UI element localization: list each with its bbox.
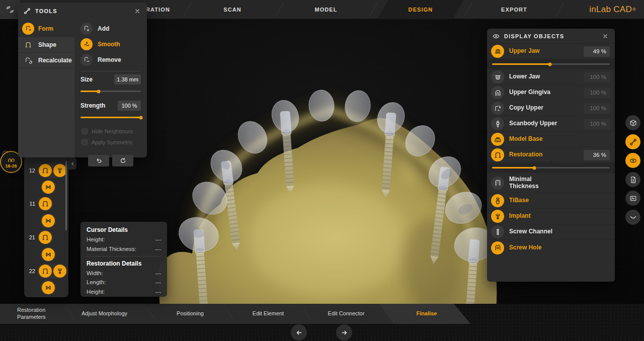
registered-mark: ® [632,7,636,12]
connector-icon[interactable] [42,281,55,294]
opacity-value[interactable]: 100 % [584,103,610,114]
tools-mode-form[interactable]: Form [18,21,74,36]
strength-slider[interactable] [75,113,146,123]
app-logo [0,0,20,19]
step-restoration-parameters[interactable]: Restoration Parameters [17,304,63,324]
strength-setting: Strength 100 % [74,100,147,112]
tab-design[interactable]: DESIGN [409,0,433,19]
size-slider[interactable] [75,87,146,97]
opacity-value[interactable]: 100 % [584,119,610,129]
crown-icon[interactable] [39,231,52,244]
tab-model[interactable]: MODEL [314,0,337,19]
step-positioning[interactable]: Positioning [177,304,204,324]
tooth-number: 22 [27,268,35,274]
cursor-details-panel: Cursor Details Height:--- Material Thick… [80,222,167,297]
display-item-minimal-thickness[interactable]: Minimal Thickness [487,173,615,193]
display-close-button[interactable] [601,32,610,41]
display-item-screw-channel[interactable]: Screw Channel [487,224,615,240]
tab-export[interactable]: EXPORT [501,0,527,19]
item-label: Upper Gingiva [509,89,579,96]
tools-mode-shape[interactable]: Shape [18,37,74,53]
display-item-model-base[interactable]: Model Base [487,132,615,147]
crown-icon[interactable] [39,197,52,210]
connector-icon[interactable] [42,214,55,227]
strength-value[interactable]: 100 % [118,101,141,111]
opacity-value[interactable]: 36 % [584,150,610,160]
step-finalise[interactable]: Finalise [417,304,437,324]
strength-label: Strength [80,102,105,109]
crown-icon[interactable] [39,265,52,278]
tools-toggle-button[interactable] [625,134,640,149]
step-separator [303,307,311,320]
apply-symmetric-checkbox[interactable]: Apply Symmetric [74,137,147,148]
next-step-button[interactable] [336,324,352,340]
hide-neighbours-checkbox[interactable]: Hide Neighbours [74,126,147,137]
item-label: TiBase [509,197,610,204]
tooth-number: 12 [27,167,35,174]
restoration-opacity-slider[interactable] [487,163,615,173]
item-label: Screw Hole [509,244,610,251]
display-item-copy-upper[interactable]: Copy Upper 100 % [487,101,615,116]
checkbox-icon [82,128,88,134]
detail-row: Material Thickness:--- [87,246,161,253]
implant-icon[interactable] [53,164,66,177]
display-item-implant[interactable]: Implant [487,209,615,224]
documents-button[interactable] [625,172,640,187]
range-label: 16-26 [5,163,17,168]
display-item-upper-gingiva[interactable]: Upper Gingiva 100 % [487,85,615,101]
step-separator [225,307,233,320]
display-item-tibase[interactable]: TiBase [487,193,615,209]
item-label: Scanbody Upper [509,120,579,127]
scrollbar[interactable] [65,161,67,230]
opacity-value[interactable]: 100 % [584,88,610,98]
strength-slider-knob[interactable] [139,116,143,119]
tab-scan[interactable]: SCAN [223,0,242,19]
opacity-value[interactable]: 49 % [584,46,610,57]
size-value[interactable]: 1.38 mm [114,74,141,84]
tools-action-remove[interactable]: Remove [74,52,147,67]
tools-mode-recalculate[interactable]: Recalculate [18,53,74,68]
copy-upper-icon [491,102,504,115]
previous-step-button[interactable] [291,324,307,340]
connector-icon[interactable] [42,181,55,194]
size-setting: Size 1.38 mm [74,73,147,86]
tools-panel: TOOLS Form Shape Recalculate [18,3,147,157]
form-icon [22,23,34,35]
display-objects-toggle-button[interactable] [625,153,640,168]
slider-knob[interactable] [533,166,536,169]
smooth-icon [80,38,93,50]
opacity-value[interactable]: 100 % [584,72,610,82]
connector-icon[interactable] [42,248,55,261]
nav-separator [183,2,192,17]
display-item-screw-hole[interactable]: Screw Hole [487,240,615,255]
shape-icon [22,39,34,51]
screw-hole-icon [491,241,504,254]
undo-button[interactable] [88,155,109,166]
tooth-number: 21 [27,234,35,240]
step-edit-connector[interactable]: Edit Connector [328,304,365,324]
reset-button[interactable] [112,155,133,166]
tools-action-add[interactable]: Add [74,21,147,36]
view-3d-button[interactable] [625,115,640,130]
display-item-lower-jaw[interactable]: Lower Jaw 100 % [487,69,615,85]
tools-mode-sublist: Shape Recalculate [18,37,74,157]
step-edit-element[interactable]: Edit Element [253,304,284,324]
smile-icon [629,213,637,222]
nav-separator [275,2,284,17]
app-window: ADMINISTRATION SCAN MODEL DESIGN EXPORT … [0,0,644,341]
display-item-scanbody-upper[interactable]: Scanbody Upper 100 % [487,116,615,132]
brand-logo: inLab CAD® [589,0,636,19]
articulation-button[interactable] [625,210,640,225]
slider-knob[interactable] [548,62,551,66]
upper-jaw-opacity-slider[interactable] [487,59,615,69]
checkbox-label: Hide Neighbours [92,128,133,134]
screenshot-button[interactable] [625,191,640,206]
step-adjust-morphology[interactable]: Adjust Morphology [82,304,128,324]
implant-icon[interactable] [53,265,66,278]
size-slider-knob[interactable] [97,90,101,93]
lower-jaw-icon [491,70,504,83]
crown-icon[interactable] [39,164,52,177]
tools-action-smooth[interactable]: Smooth [74,36,147,52]
tools-close-button[interactable] [133,7,142,16]
cube-icon [629,119,637,127]
